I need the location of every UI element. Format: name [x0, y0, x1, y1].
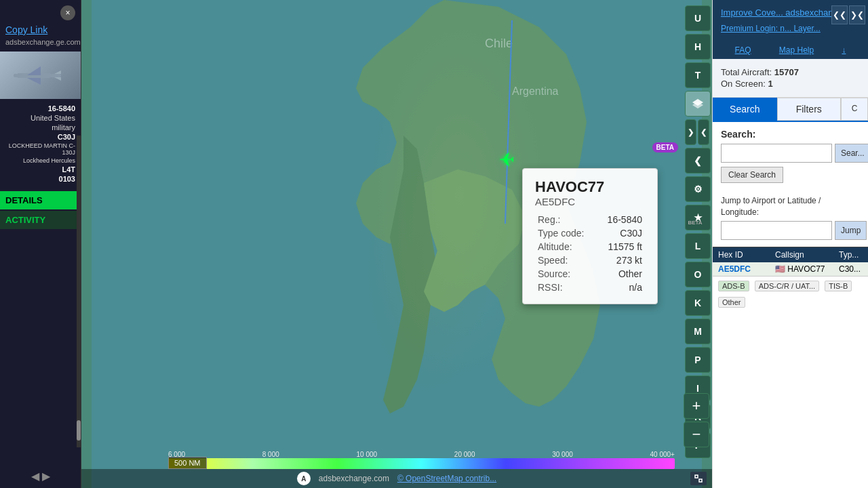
map-help-link[interactable]: Map Help [779, 45, 814, 55]
search-label: Search: [721, 129, 860, 140]
category-value: military [5, 123, 75, 131]
on-screen-value: 1 [768, 79, 772, 89]
on-screen-stat: On Screen: 1 [721, 79, 860, 89]
source-tag-adsc[interactable]: ADS-C/R / UAT... [755, 281, 820, 291]
nav-left-icon[interactable]: ◀ [31, 470, 39, 483]
beta-badge-inline: BETA [688, 220, 702, 226]
callsign-value: HAVOC77 [787, 264, 825, 274]
aircraft-details: 16-5840 United States military C30J LOCK… [0, 99, 81, 188]
alt-label-5: 30 000 [552, 451, 573, 458]
country-value: United States [5, 114, 75, 122]
zoom-controls: + − [684, 393, 709, 447]
svg-marker-1 [27, 66, 41, 75]
alt-label-3: 10 000 [357, 451, 378, 458]
source-tags-row: ADS-B ADS-C/R / UAT... TIS-B Other [713, 277, 868, 312]
map-btn-m[interactable]: M [685, 319, 711, 344]
search-row: Sear... [721, 144, 860, 163]
aircraft-marker[interactable]: ✈ [499, 148, 515, 170]
site-attribution: adsbexchange.com [319, 474, 389, 483]
popup-rssi-label: RSSI: [535, 281, 601, 294]
squawk-value: 0103 [5, 175, 75, 183]
svg-rect-13 [695, 475, 698, 478]
zoom-out-button[interactable]: − [684, 422, 709, 447]
source-tag-tisb[interactable]: TIS-B [825, 281, 852, 291]
map-btn-k[interactable]: K [685, 290, 711, 316]
scale-indicator: 500 NM [168, 457, 207, 469]
registration-value: 16-5840 [5, 104, 75, 113]
altitude-bar [168, 458, 675, 469]
col-type: Typ... [839, 250, 863, 260]
col-callsign: Callsign [775, 250, 836, 260]
svg-marker-5 [54, 77, 61, 81]
popup-reg-value: 16-5840 [601, 213, 645, 226]
panel-nav-btns: ❮❮ ❯❮ [831, 5, 865, 24]
close-button[interactable]: × [60, 5, 75, 20]
nav-right-icon[interactable]: ▶ [42, 470, 50, 483]
clear-search-btn-wrapper: Clear Search [721, 167, 860, 188]
map-btn-layers[interactable] [685, 91, 711, 117]
map-btn-t[interactable]: T [685, 62, 711, 88]
right-nav: FAQ Map Help ↓ [713, 41, 868, 59]
panel-left-btn[interactable]: ❮❮ [831, 5, 848, 24]
overflow-link[interactable]: ↓ [842, 45, 846, 55]
map-btn-h[interactable]: H [685, 34, 711, 60]
stats-area: Total Aircraft: 15707 On Screen: 1 [713, 59, 868, 98]
popup-altitude-label: Altitude: [535, 240, 601, 253]
on-screen-label: On Screen: [721, 79, 766, 89]
site-logo: A [297, 472, 311, 485]
scroll-thumb[interactable] [77, 420, 81, 441]
svg-rect-14 [699, 479, 702, 482]
zoom-in-button[interactable]: + [684, 393, 709, 419]
popup-type-value: C30J [601, 226, 645, 240]
popup-reg-row: Reg.: 16-5840 [535, 213, 645, 226]
nav-arrows: ◀ ▶ [31, 470, 50, 483]
search-button[interactable]: Sear... [835, 144, 868, 163]
source-tag-adsb[interactable]: ADS-B [718, 281, 749, 291]
map-btn-p[interactable]: P [685, 347, 711, 373]
activity-tab[interactable]: ACTIVITY [0, 211, 81, 229]
popup-speed-label: Speed: [535, 253, 601, 267]
tab-search[interactable]: Search [713, 98, 777, 121]
map-btn-u[interactable]: U [685, 5, 711, 31]
right-header: Improve Cove... adsbexchang... Premium L… [713, 0, 868, 41]
map-btn-back[interactable]: ❮ [685, 148, 711, 174]
premium-login-link[interactable]: Premium Login: n... Layer... [721, 23, 860, 35]
total-aircraft-stat: Total Aircraft: 15707 [721, 67, 860, 77]
jump-input[interactable] [721, 221, 832, 240]
osm-attribution[interactable]: © OpenStreetMap contrib... [397, 474, 496, 483]
alt-label-4: 20 000 [454, 451, 475, 458]
map-area[interactable]: Chile Argentina ✈ HAVOC77 AE5DFC Reg.: 1… [81, 0, 712, 488]
details-tab[interactable]: DETAILS [0, 191, 81, 209]
clear-search-button[interactable]: Clear Search [721, 167, 783, 183]
jump-row: Jump [721, 221, 860, 240]
map-btn-backward[interactable]: ❮ [698, 119, 709, 145]
fullscreen-button[interactable] [690, 472, 707, 485]
popup-source-label: Source: [535, 267, 601, 281]
aircraft-popup: HAVOC77 AE5DFC Reg.: 16-5840 Type code: … [522, 168, 658, 304]
popup-altitude-row: Altitude: 11575 ft [535, 240, 645, 253]
table-row[interactable]: AE5DFC 🇺🇸 HAVOC77 C30... [713, 262, 868, 277]
layers-icon [692, 98, 704, 110]
col-hex-id: Hex ID [718, 250, 772, 260]
popup-rssi-row: RSSI: n/a [535, 281, 645, 294]
map-btn-star[interactable]: ★ BETA [685, 205, 711, 230]
map-btn-o[interactable]: O [685, 262, 711, 287]
svg-marker-2 [27, 78, 41, 85]
tab-overflow[interactable]: C [841, 98, 868, 121]
jump-button[interactable]: Jump [835, 221, 867, 240]
svg-text:Chile: Chile [485, 37, 513, 50]
popup-altitude-value: 11575 ft [601, 240, 645, 253]
faq-link[interactable]: FAQ [735, 45, 751, 55]
popup-details-table: Reg.: 16-5840 Type code: C30J Altitude: … [535, 213, 645, 294]
tab-filters[interactable]: Filters [777, 98, 842, 121]
search-input[interactable] [721, 144, 832, 163]
total-aircraft-value: 15707 [774, 67, 799, 77]
svg-text:Argentina: Argentina [512, 85, 559, 97]
panel-right-btn[interactable]: ❯❮ [849, 5, 865, 24]
map-btn-settings[interactable]: ⚙ [685, 176, 711, 202]
source-tag-other[interactable]: Other [718, 297, 745, 308]
total-aircraft-label: Total Aircraft: [721, 67, 772, 77]
map-btn-forward[interactable]: ❯ [685, 119, 696, 145]
map-btn-l[interactable]: L [685, 233, 711, 259]
svg-rect-3 [49, 74, 61, 77]
